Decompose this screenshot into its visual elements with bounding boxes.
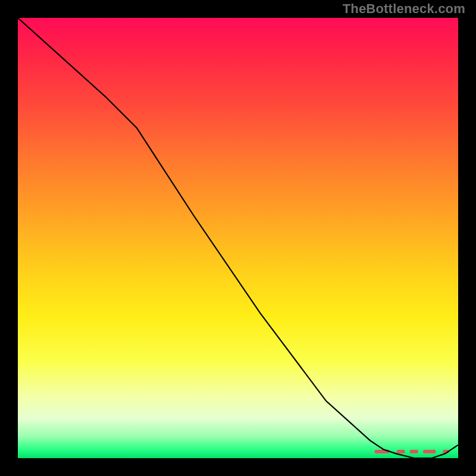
- plot-area: [18, 18, 458, 458]
- watermark-text: TheBottleneck.com: [343, 1, 465, 17]
- chart-stage: TheBottleneck.com: [0, 0, 476, 476]
- zero-band-marker-dot: [401, 450, 405, 453]
- bottleneck-curve-line: [18, 18, 458, 458]
- zero-band-marker-dot: [432, 450, 436, 453]
- chart-overlay: [18, 18, 458, 458]
- zero-band-marker-dot: [415, 450, 418, 453]
